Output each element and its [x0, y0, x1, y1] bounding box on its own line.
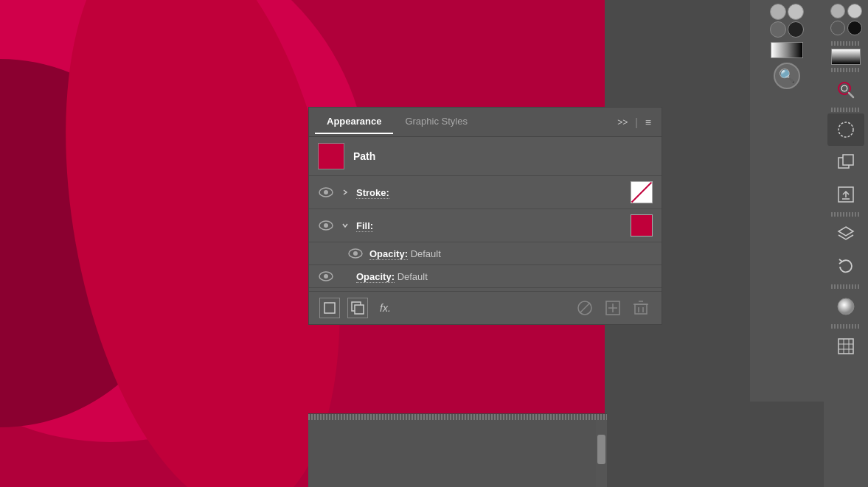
- color-swatch-tl[interactable]: [830, 4, 845, 18]
- opacity-path-label: Opacity: Default: [356, 271, 428, 282]
- swatch-2[interactable]: [788, 4, 804, 20]
- color-swatch-br[interactable]: [847, 21, 862, 35]
- opacity-fill-visibility-icon[interactable]: [347, 248, 364, 259]
- opacity-path-row: Opacity: Default: [309, 265, 662, 288]
- opacity-path-visibility-icon[interactable]: [318, 270, 334, 282]
- tab-appearance[interactable]: Appearance: [315, 110, 393, 134]
- gradient-swatch[interactable]: [771, 42, 803, 58]
- fill-label: Fill:: [356, 220, 625, 231]
- stroke-visibility-icon[interactable]: [318, 186, 334, 198]
- tab-more-button[interactable]: >>: [613, 114, 632, 130]
- path-label: Path: [353, 150, 375, 162]
- bottom-panel-scrollbar[interactable]: [596, 420, 607, 487]
- add-item-button[interactable]: [603, 298, 623, 318]
- fill-swatch[interactable]: [631, 214, 653, 237]
- svg-line-22: [849, 93, 853, 97]
- svg-rect-26: [843, 155, 853, 165]
- fill-visibility-icon[interactable]: [318, 220, 334, 231]
- magnify-tool[interactable]: 🔍: [774, 63, 800, 89]
- stroke-label: Stroke:: [356, 187, 625, 198]
- grid-tool[interactable]: [827, 330, 864, 362]
- sidebar-divider-5: [831, 284, 861, 289]
- bottom-panel: [308, 413, 607, 487]
- new-item-button[interactable]: [319, 298, 340, 318]
- svg-point-1: [324, 190, 328, 195]
- top-panel: 🔍: [750, 0, 824, 107]
- opacity-fill-row: Opacity: Default: [309, 242, 662, 265]
- swatch-3[interactable]: [770, 21, 786, 38]
- appearance-panel: Appearance Graphic Styles >> | ≡ Path: [308, 107, 662, 325]
- magnify-sidebar-tool[interactable]: [827, 74, 864, 106]
- new-item2-button[interactable]: [347, 298, 368, 318]
- delete-item-button[interactable]: [631, 298, 651, 318]
- svg-point-3: [324, 223, 328, 228]
- refresh-tool[interactable]: [827, 250, 864, 283]
- svg-point-24: [839, 122, 853, 137]
- color-swatch-tr[interactable]: [847, 4, 862, 18]
- sidebar-divider-4: [831, 212, 861, 217]
- svg-point-31: [838, 298, 854, 315]
- bottom-panel-drag-handle[interactable]: [308, 414, 607, 420]
- color-swatch-bl[interactable]: [830, 21, 845, 35]
- svg-marker-30: [839, 227, 853, 236]
- path-row: Path: [309, 137, 662, 176]
- sidebar-divider-2: [831, 68, 861, 72]
- fx-button[interactable]: fx.: [375, 301, 395, 315]
- sidebar-divider-1: [831, 41, 861, 46]
- stroke-expand-icon[interactable]: [340, 187, 350, 197]
- sidebar-divider-6: [831, 324, 861, 329]
- stroke-swatch[interactable]: [631, 181, 653, 203]
- layers-tool[interactable]: [827, 218, 864, 250]
- color-swatches: [770, 4, 804, 38]
- path-color-preview[interactable]: [318, 143, 344, 169]
- right-sidebar: [824, 0, 868, 487]
- svg-rect-10: [355, 305, 364, 314]
- scroll-thumb[interactable]: [597, 435, 605, 464]
- svg-rect-32: [839, 339, 853, 354]
- tab-divider: |: [632, 116, 641, 128]
- select-circle-tool[interactable]: [827, 113, 864, 146]
- panel-toolbar: fx.: [309, 291, 662, 324]
- export-tool[interactable]: [827, 178, 864, 211]
- fill-expand-icon[interactable]: [340, 220, 350, 231]
- svg-point-7: [324, 274, 328, 278]
- svg-rect-8: [324, 303, 335, 313]
- svg-rect-16: [635, 304, 647, 314]
- middle-right-panel: [750, 107, 824, 402]
- svg-point-5: [353, 251, 358, 256]
- panel-content: Path Stroke:: [309, 137, 662, 324]
- tab-graphic-styles[interactable]: Graphic Styles: [393, 110, 479, 134]
- swatch-1[interactable]: [770, 4, 786, 20]
- swatch-4[interactable]: [788, 21, 804, 38]
- opacity-fill-label: Opacity: Default: [369, 248, 441, 259]
- circle-gradient-tool[interactable]: [827, 290, 864, 323]
- fill-row: Fill:: [309, 209, 662, 242]
- duplicate-tool[interactable]: [827, 146, 864, 178]
- clear-button[interactable]: [574, 298, 595, 318]
- panel-tab-bar: Appearance Graphic Styles >> | ≡: [309, 108, 662, 137]
- tab-menu-button[interactable]: ≡: [641, 113, 656, 131]
- gradient-rect[interactable]: [831, 49, 861, 65]
- stroke-row: Stroke:: [309, 176, 662, 209]
- svg-line-12: [580, 303, 590, 313]
- sidebar-divider-3: [831, 108, 861, 112]
